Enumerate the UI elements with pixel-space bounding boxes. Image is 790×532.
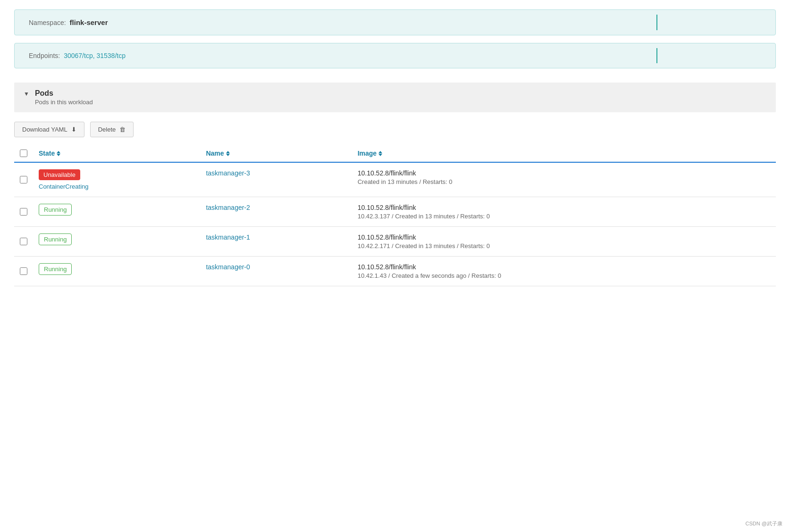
pods-title-block: Pods Pods in this workload [35,89,93,106]
endpoints-divider [656,48,657,63]
pods-header: ▼ Pods Pods in this workload [14,83,776,112]
sub-state: ContainerCreating [39,183,194,190]
table-header: State Name [14,145,776,162]
pods-toolbar: Download YAML ⬇ Delete 🗑 [14,112,776,145]
row-name: taskmanager-0 [200,257,352,286]
row-checkbox-col [14,162,33,197]
trash-icon: 🗑 [119,126,126,133]
table-row: Runningtaskmanager-2 10.10.52.8/flink/fl… [14,197,776,227]
pod-name-link[interactable]: taskmanager-2 [206,204,250,211]
state-sort-icon [57,151,60,156]
row-checkbox-1[interactable] [20,208,27,216]
row-image: 10.10.52.8/flink/flink 10.42.3.137 / Cre… [352,197,776,227]
pods-subtitle: Pods in this workload [35,99,93,106]
row-checkbox-2[interactable] [20,238,27,245]
state-badge: Running [39,204,72,216]
header-name[interactable]: Name [200,145,352,162]
table-row: Runningtaskmanager-0 10.10.52.8/flink/fl… [14,257,776,286]
row-state: UnavailableContainerCreating [33,162,200,197]
row-checkbox-col [14,197,33,227]
row-name: taskmanager-3 [200,162,352,197]
image-primary: 10.10.52.8/flink/flink [358,169,770,177]
pod-name-link[interactable]: taskmanager-1 [206,233,250,241]
row-name: taskmanager-1 [200,227,352,257]
table-row: UnavailableContainerCreatingtaskmanager-… [14,162,776,197]
collapse-triangle-icon[interactable]: ▼ [24,91,29,97]
row-image: 10.10.52.8/flink/flink Created in 13 min… [352,162,776,197]
image-secondary: 10.42.3.137 / Created in 13 minutes / Re… [358,213,770,220]
download-yaml-label: Download YAML [22,126,67,133]
pods-table: State Name [14,145,776,286]
endpoints-value[interactable]: 30067/tcp, 31538/tcp [64,52,126,59]
pods-table-body: UnavailableContainerCreatingtaskmanager-… [14,162,776,286]
namespace-value: flink-server [70,18,108,26]
endpoints-content: Endpoints: 30067/tcp, 31538/tcp [29,52,761,59]
download-yaml-button[interactable]: Download YAML ⬇ [14,122,84,137]
download-icon: ⬇ [71,126,76,133]
row-state: Running [33,257,200,286]
state-badge: Running [39,233,72,245]
pods-section: ▼ Pods Pods in this workload Download YA… [14,83,776,286]
endpoints-label: Endpoints: [29,52,60,59]
state-badge: Unavailable [39,169,80,180]
row-state: Running [33,197,200,227]
image-header-label: Image [358,150,377,157]
namespace-divider [656,15,657,30]
row-checkbox-0[interactable] [20,176,27,183]
row-image: 10.10.52.8/flink/flink 10.42.1.43 / Crea… [352,257,776,286]
endpoints-card: Endpoints: 30067/tcp, 31538/tcp [14,43,776,68]
header-checkbox-col [14,145,33,162]
image-secondary: 10.42.2.171 / Created in 13 minutes / Re… [358,242,770,249]
delete-label: Delete [98,126,116,133]
row-name: taskmanager-2 [200,197,352,227]
image-secondary: Created in 13 minutes / Restarts: 0 [358,178,770,185]
row-image: 10.10.52.8/flink/flink 10.42.2.171 / Cre… [352,227,776,257]
row-checkbox-col [14,257,33,286]
delete-button[interactable]: Delete 🗑 [90,122,134,137]
namespace-content: Namespace: flink-server [29,18,761,26]
image-primary: 10.10.52.8/flink/flink [358,233,770,241]
row-checkbox-3[interactable] [20,267,27,275]
select-all-checkbox[interactable] [20,150,27,157]
name-sort-icon [226,151,230,156]
pods-title: Pods [35,89,93,98]
pod-name-link[interactable]: taskmanager-3 [206,169,250,177]
header-state[interactable]: State [33,145,200,162]
state-header-label: State [39,150,55,157]
namespace-card: Namespace: flink-server [14,9,776,35]
name-header-label: Name [206,150,224,157]
namespace-label: Namespace: [29,19,66,26]
row-checkbox-col [14,227,33,257]
image-primary: 10.10.52.8/flink/flink [358,204,770,211]
table-row: Runningtaskmanager-1 10.10.52.8/flink/fl… [14,227,776,257]
pod-name-link[interactable]: taskmanager-0 [206,263,250,271]
header-image[interactable]: Image [352,145,776,162]
state-badge: Running [39,263,72,275]
image-primary: 10.10.52.8/flink/flink [358,263,770,271]
image-secondary: 10.42.1.43 / Created a few seconds ago /… [358,272,770,279]
row-state: Running [33,227,200,257]
image-sort-icon [378,151,382,156]
